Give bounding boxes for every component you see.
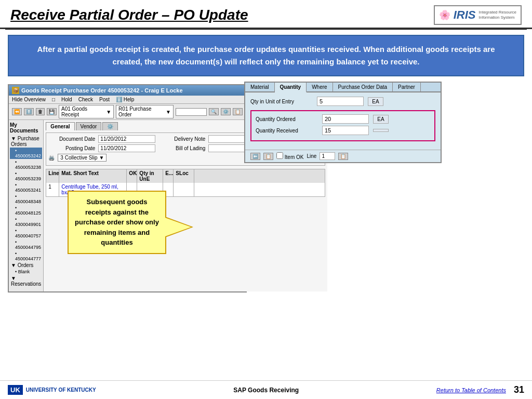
callout-box: Subsequent goods receipts against the pu… — [68, 191, 166, 254]
iris-icon: 🌸 — [439, 9, 450, 21]
tab-material[interactable]: Material — [245, 83, 275, 91]
print-icon[interactable]: 🖨️ — [48, 155, 55, 161]
qty-received-input[interactable] — [322, 126, 369, 135]
sap-titlebar: 📦 Goods Receipt Purchase Order 450005324… — [9, 85, 246, 96]
posting-date-label: Posting Date — [48, 145, 95, 151]
toolbar-icon-1[interactable]: ⏪ — [12, 108, 22, 115]
qty-received-unit — [373, 129, 389, 132]
info-banner: After a partial goods receipt is created… — [8, 35, 524, 76]
toolbar-search-btn[interactable]: 🔍 — [209, 108, 219, 115]
menu-help[interactable]: ℹ️ Help — [116, 97, 134, 102]
dropdown-goods-receipt[interactable]: A01 Goods Receipt ▼ — [59, 105, 114, 118]
footer-center: SAP Goods Receiving — [233, 387, 299, 394]
qty-ordered-label: Quantity Ordered — [256, 116, 318, 122]
menu-hold[interactable]: Hold — [61, 97, 72, 102]
sidebar-blank[interactable]: • Blank — [10, 269, 42, 275]
qty-entry-row: Qty in Unit of Entry EA — [250, 97, 435, 106]
toolbar-icon-2[interactable]: ⬆️ — [24, 108, 34, 115]
footer-left: UK University of Kentucky — [8, 385, 96, 395]
bill-of-lading-label: Bill of Lading — [158, 145, 205, 151]
qty-bottom-btn-2[interactable]: 📋 — [263, 153, 273, 160]
sidebar-item-4500053239[interactable]: • 4500053239 — [10, 170, 42, 182]
sidebar-item-4500044777[interactable]: • 4500044777 — [10, 250, 42, 262]
banner-text: After a partial goods receipt is created… — [24, 43, 508, 68]
line-input[interactable] — [320, 152, 335, 160]
sidebar-item-4500053238[interactable]: • 4500053238 — [10, 159, 42, 170]
sap-titlebar-icon: 📦 — [12, 87, 19, 94]
qty-unit-input[interactable] — [317, 97, 364, 106]
qty-panel-tabs: Material Quantity Where Purchase Order D… — [245, 83, 441, 92]
page-title: Receive Partial Order – PO Update — [10, 7, 248, 23]
callout-text: Subsequent goods receipts against the pu… — [75, 198, 159, 246]
logo-sub: Integrated Resource Information System — [479, 10, 517, 20]
col-mat: Mat. Short Text — [59, 169, 127, 183]
item-ok-checkbox[interactable] — [276, 152, 283, 159]
col-e: E... — [163, 169, 174, 183]
footer-link[interactable]: Return to Table of Contents — [436, 387, 506, 393]
tab-general[interactable]: General — [46, 122, 74, 130]
sidebar-item-4500053242[interactable]: • 4500053242 — [10, 148, 42, 159]
posting-date-input[interactable] — [98, 144, 155, 152]
toolbar-icon-3[interactable]: 🗑 — [36, 108, 45, 115]
sidebar-title: My Documents — [10, 122, 42, 134]
qty-section: Qty in Unit of Entry EA Quantity Ordered… — [245, 92, 441, 150]
sidebar-item-4500048125[interactable]: • 4500048125 — [10, 205, 42, 216]
page-footer: UK University of Kentucky SAP Goods Rece… — [0, 380, 532, 399]
sidebar-item-4300049901[interactable]: • 4300049901 — [10, 216, 42, 228]
sidebar-reservations[interactable]: ▼ Reservations — [10, 275, 42, 287]
menu-post[interactable]: Post — [99, 97, 110, 102]
page-header: Receive Partial Order – PO Update 🌸 IRIS… — [0, 0, 532, 29]
sidebar-item-4500048348[interactable]: • 4500048348 — [10, 193, 42, 205]
tab-settings-icon[interactable]: ⚙️ — [102, 122, 118, 130]
sidebar-item-4500040757[interactable]: • 4500040757 — [10, 228, 42, 239]
col-sloc: SLoc — [174, 169, 194, 183]
qty-received-label: Quantity Received — [256, 128, 318, 134]
col-ok: OK — [127, 169, 137, 183]
qty-received-row: Quantity Received — [256, 126, 430, 135]
collective-slip-dropdown[interactable]: 3 Collective Slip ▼ — [58, 154, 107, 162]
tab-vendor[interactable]: Vendor — [76, 122, 102, 130]
tab-po-data[interactable]: Purchase Order Data — [333, 83, 393, 91]
logo-area: 🌸 IRIS Integrated Resource Information S… — [434, 5, 522, 25]
menu-spacer: □ — [52, 97, 55, 102]
tab-quantity[interactable]: Quantity — [275, 83, 307, 92]
document-date-label: Document Date — [48, 136, 95, 142]
item-ok-checkbox-label: Item OK — [276, 152, 303, 160]
col-qty: Qty in UnE — [137, 169, 163, 183]
menu-hide-overview[interactable]: Hide Overview — [12, 97, 46, 102]
toolbar-config-btn[interactable]: ⚙️ — [221, 108, 231, 115]
qty-pink-box: Quantity Ordered EA Quantity Received — [250, 110, 435, 141]
qty-ordered-unit: EA — [373, 115, 389, 124]
sap-toolbar: ⏪ ⬆️ 🗑 💾 A01 Goods Receipt ▼ R01 Purchas… — [9, 104, 246, 120]
toolbar-input[interactable] — [176, 108, 207, 116]
callout-arrow — [165, 218, 191, 236]
sap-window: 📦 Goods Receipt Purchase Order 450005324… — [8, 84, 247, 292]
toolbar-icon-4[interactable]: 💾 — [47, 108, 57, 115]
uk-logo: UK — [8, 385, 23, 395]
qty-bottom-btn-3[interactable]: 📋 — [338, 153, 348, 160]
qty-unit-unit: EA — [368, 97, 383, 106]
tab-where[interactable]: Where — [307, 83, 332, 91]
sidebar-item-4500053241[interactable]: • 4500053241 — [10, 182, 42, 193]
document-date-input[interactable] — [98, 135, 155, 143]
col-line: Line — [46, 169, 59, 183]
tab-partner[interactable]: Partner — [393, 83, 421, 91]
qty-ordered-row: Quantity Ordered EA — [256, 114, 430, 124]
menu-check[interactable]: Check — [78, 97, 93, 102]
qty-panel: Material Quantity Where Purchase Order D… — [244, 82, 442, 163]
line-label: Line — [307, 153, 316, 159]
sidebar-purchase-orders[interactable]: ▼ Purchase Orders — [10, 135, 42, 148]
qty-ordered-input[interactable] — [322, 114, 369, 124]
delivery-note-label: Delivery Note — [158, 136, 205, 142]
qty-bottom-btn-1[interactable]: ⬅️ — [250, 153, 260, 160]
cell-sloc — [174, 183, 194, 196]
toolbar-extra-btn[interactable]: 📋 — [233, 108, 243, 115]
logo-text: IRIS — [454, 8, 476, 22]
dropdown-purchase-order[interactable]: R01 Purchase Order ▼ — [116, 105, 174, 118]
sap-menubar: Hide Overview □ Hold Check Post ℹ️ Help — [9, 96, 246, 104]
sidebar-orders[interactable]: ▼ Orders — [10, 262, 42, 269]
logo-box: 🌸 IRIS Integrated Resource Information S… — [434, 5, 522, 25]
uk-name: University of Kentucky — [26, 387, 96, 393]
cell-line: 1 — [46, 183, 59, 196]
sidebar-item-4500044795[interactable]: • 4500044795 — [10, 239, 42, 250]
